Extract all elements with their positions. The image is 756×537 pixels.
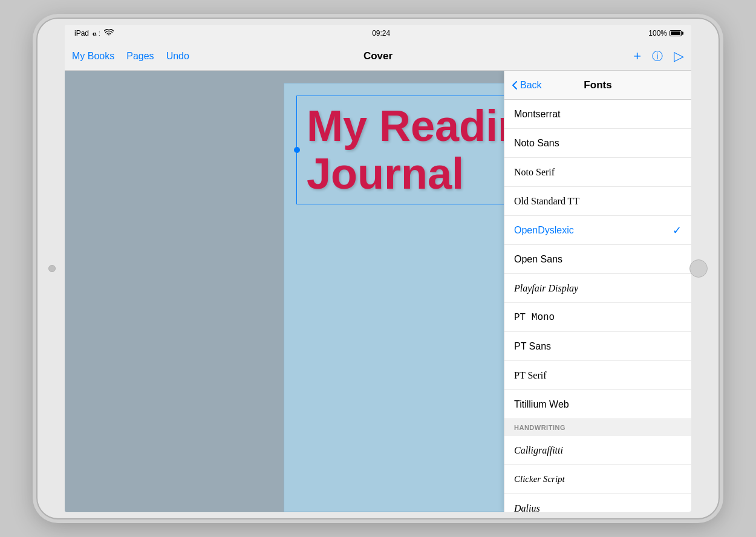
toolbar: My Books Pages Undo Cover + ⓘ ▷ bbox=[65, 42, 691, 71]
font-item-titillium-web[interactable]: Titillium Web bbox=[504, 390, 691, 419]
font-item-old-standard-tt[interactable]: Old Standard TT bbox=[504, 187, 691, 216]
my-books-button[interactable]: My Books bbox=[72, 51, 114, 62]
device-label: iPad bbox=[74, 29, 89, 37]
pages-button[interactable]: Pages bbox=[126, 51, 154, 62]
panel-title: Fonts bbox=[584, 79, 611, 91]
toolbar-right: + ⓘ ▷ bbox=[633, 48, 684, 64]
ipad-frame: iPad 𝛂 ⋮ 09:24 100% bbox=[36, 18, 720, 519]
handwriting-section-header: HANDWRITING bbox=[504, 419, 691, 436]
undo-button[interactable]: Undo bbox=[166, 51, 189, 62]
add-button[interactable]: + bbox=[633, 48, 641, 64]
font-item-pt-sans[interactable]: PT Sans bbox=[504, 332, 691, 361]
status-time: 09:24 bbox=[372, 29, 390, 37]
font-item-open-sans[interactable]: Open Sans bbox=[504, 245, 691, 274]
font-item-clicker-script[interactable]: Clicker Script bbox=[504, 465, 691, 494]
ipad-screen: iPad 𝛂 ⋮ 09:24 100% bbox=[65, 25, 691, 512]
battery-percent: 100% bbox=[648, 29, 667, 37]
panel-header: Back Fonts bbox=[504, 71, 691, 100]
wifi-icon: 𝛂 ⋮ bbox=[93, 30, 100, 37]
text-resize-handle[interactable] bbox=[294, 147, 300, 153]
wifi-symbol bbox=[104, 29, 114, 38]
font-item-playfair-display[interactable]: Playfair Display bbox=[504, 274, 691, 303]
font-item-opendyslexic[interactable]: OpenDyslexic ✓ bbox=[504, 216, 691, 245]
font-item-pt-mono[interactable]: PT Mono bbox=[504, 303, 691, 332]
main-content: My Reading Journal Back Fonts bbox=[65, 71, 691, 512]
selected-checkmark: ✓ bbox=[673, 224, 682, 237]
status-left: iPad 𝛂 ⋮ bbox=[74, 29, 114, 38]
font-item-noto-sans[interactable]: Noto Sans bbox=[504, 129, 691, 158]
font-item-dalius[interactable]: Dalius bbox=[504, 494, 691, 512]
font-item-noto-serif[interactable]: Noto Serif bbox=[504, 158, 691, 187]
status-right: 100% bbox=[648, 29, 682, 37]
font-list: Montserrat Noto Sans Noto Serif Old Stan… bbox=[504, 100, 691, 512]
font-item-calligraffitti[interactable]: Calligraffitti bbox=[504, 436, 691, 465]
back-button[interactable]: Back bbox=[512, 80, 542, 91]
fonts-panel: Back Fonts Montserrat Noto Sans Noto Ser… bbox=[504, 71, 691, 512]
document-title: Cover bbox=[363, 50, 393, 62]
battery-fill bbox=[671, 31, 680, 35]
toolbar-left: My Books Pages Undo bbox=[72, 51, 189, 62]
status-bar: iPad 𝛂 ⋮ 09:24 100% bbox=[65, 25, 691, 42]
font-item-montserrat[interactable]: Montserrat bbox=[504, 100, 691, 129]
chevron-left-icon bbox=[512, 80, 518, 90]
info-button[interactable]: ⓘ bbox=[652, 49, 663, 63]
font-item-pt-serif[interactable]: PT Serif bbox=[504, 361, 691, 390]
play-button[interactable]: ▷ bbox=[674, 48, 684, 64]
battery-icon bbox=[670, 30, 682, 36]
